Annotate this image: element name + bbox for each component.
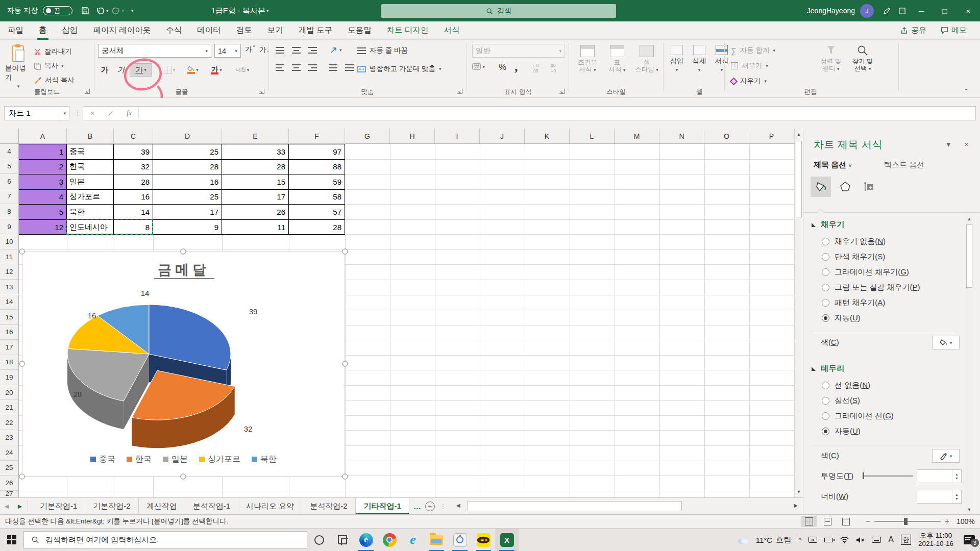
transparency-slider[interactable] [864,475,913,477]
sheet-tab-4[interactable]: 분석작업-1 [185,498,238,514]
align-top-icon[interactable] [276,47,284,54]
cell-A9[interactable]: 12 [19,220,67,235]
cortana-icon[interactable] [307,529,331,551]
hscroll-right-icon[interactable]: ▶ [794,503,798,508]
taskbar-app-edge[interactable]: e [354,529,378,551]
radio-option-채우기 없음[interactable]: 채우기 없음(N) [822,237,886,246]
row-header-15[interactable]: 15 [0,310,19,325]
scroll-down-icon[interactable]: ▼ [795,487,803,496]
cell-A8[interactable]: 5 [19,205,67,220]
clear-button[interactable]: 지우기▾ [731,77,767,86]
accounting-format-button[interactable]: ₩▾ [472,63,485,70]
merge-center-button[interactable]: 병합하고 가운데 맞춤▾ [357,64,442,73]
row-header-18[interactable]: 18 [0,355,19,370]
taskbar-app-ie[interactable]: e [401,529,425,551]
row-header-20[interactable]: 20 [0,385,19,400]
copy-button[interactable]: 복사▾ [34,61,64,70]
tabbar-drag-icon[interactable]: ⋮ [435,498,451,514]
fill-color-button[interactable]: ▾ [932,336,960,349]
radio-option-그림 또는 질감 채우기[interactable]: 그림 또는 질감 채우기(P) [822,283,920,292]
align-left-icon[interactable] [276,64,284,71]
increase-decimal-button[interactable]: ←0.00 [532,63,538,73]
taskbar-app-explorer[interactable] [425,529,448,551]
col-header-C[interactable]: C [114,129,153,144]
cell-C7[interactable]: 16 [114,190,153,205]
decrease-decimal-button[interactable]: .00→0 [549,63,556,73]
align-right-icon[interactable] [308,64,317,71]
zoom-in-icon[interactable]: + [945,517,949,526]
align-bottom-icon[interactable] [308,47,317,54]
sheet-tab-1[interactable]: 기본작업-1 [32,498,85,514]
col-header-H[interactable]: H [390,129,435,144]
row-header-4[interactable]: 4 [0,144,19,159]
vscroll-thumb[interactable] [796,141,802,217]
cell-C6[interactable]: 28 [114,174,153,190]
zoom-slider[interactable] [874,521,941,522]
row-header-25[interactable]: 25 [0,461,19,476]
radio-option-그라데이션 채우기[interactable]: 그라데이션 채우기(G) [822,267,909,277]
row-header-14[interactable]: 14 [0,295,19,310]
taskbar-app-kakao[interactable]: TALK [472,529,495,551]
vertical-scrollbar[interactable]: ▲ ▼ [794,129,803,497]
row-header-11[interactable]: 11 [0,249,19,265]
col-header-J[interactable]: J [480,129,525,144]
taskbar-app-chrome[interactable] [378,529,401,551]
selection-handle[interactable] [342,249,348,255]
zoom-out-icon[interactable]: − [865,517,870,526]
cell-F6[interactable]: 59 [289,174,345,190]
cell-B7[interactable]: 싱가포르 [67,190,114,205]
col-header-N[interactable]: N [659,129,704,144]
pane-scroll-down-icon[interactable]: ▼ [965,505,973,514]
cell-D8[interactable]: 17 [153,205,222,220]
maximize-button[interactable]: □ [933,0,957,21]
tab-file[interactable]: 파일 [0,21,31,40]
page-layout-view-icon[interactable] [820,516,835,527]
row-header-5[interactable]: 5 [0,159,19,174]
sheet-overflow[interactable]: … [409,498,425,514]
enter-icon[interactable]: ✓ [102,109,120,117]
cell-F7[interactable]: 58 [289,190,345,205]
spin-arrows-icon[interactable]: ▲▼ [952,470,961,483]
tab-review[interactable]: 검토 [229,21,260,40]
pane-scrollbar[interactable]: ▲ ▼ [965,214,973,514]
cell-D4[interactable]: 25 [153,144,222,160]
cell-E8[interactable]: 26 [222,205,289,220]
cell-F4[interactable]: 97 [289,144,345,160]
cell-E9[interactable]: 11 [222,220,289,235]
redo-dropdown-icon[interactable]: ▾ [121,8,124,13]
cell-styles-button[interactable]: 셀스타일 ▾ [633,45,660,73]
number-dialog-launcher-icon[interactable] [559,89,565,94]
cell-A4[interactable]: 1 [19,144,67,160]
ime-korean[interactable]: 한 [901,535,911,545]
percent-style-button[interactable]: % [499,62,506,72]
tab-help[interactable]: 도움말 [340,21,379,40]
task-view-icon[interactable] [331,529,354,551]
taskbar-app-excel[interactable]: X [495,529,519,551]
cell-D5[interactable]: 28 [153,160,222,175]
cell-D6[interactable]: 16 [153,174,222,190]
cell-F8[interactable]: 57 [289,205,345,220]
row-header-19[interactable]: 19 [0,370,19,385]
delete-cells-button[interactable]: 삭제▾ [689,45,709,72]
cell-E7[interactable]: 17 [222,190,289,205]
col-header-L[interactable]: L [570,129,615,144]
col-header-I[interactable]: I [435,129,480,144]
row-header-21[interactable]: 21 [0,400,19,415]
tab-format[interactable]: 서식 [436,21,467,40]
selection-handle[interactable] [181,249,186,255]
sheet-nav-left-icon[interactable]: ◀ [0,498,13,514]
radio-option-패턴 채우기[interactable]: 패턴 채우기(A) [822,298,885,308]
row-header-12[interactable]: 12 [0,264,19,280]
format-painter-button[interactable]: 서식 복사 [34,76,75,85]
transparency-spin[interactable]: ▲▼ [917,469,962,483]
ribbon-display-options-icon[interactable] [894,3,910,18]
paste-button[interactable]: 붙여넣기▾ [5,44,32,89]
taskbar-clock[interactable]: 오후 11:002021-10-16 [918,532,953,548]
share-button[interactable]: 공유 [895,23,932,37]
cell-C8[interactable]: 14 [114,205,153,220]
comma-style-button[interactable]: , [514,59,518,74]
cell-B6[interactable]: 일본 [67,174,114,190]
cancel-icon[interactable]: × [83,109,102,117]
col-header-E[interactable]: E [222,129,289,144]
font-size-combo[interactable]: 14▾ [214,44,241,58]
